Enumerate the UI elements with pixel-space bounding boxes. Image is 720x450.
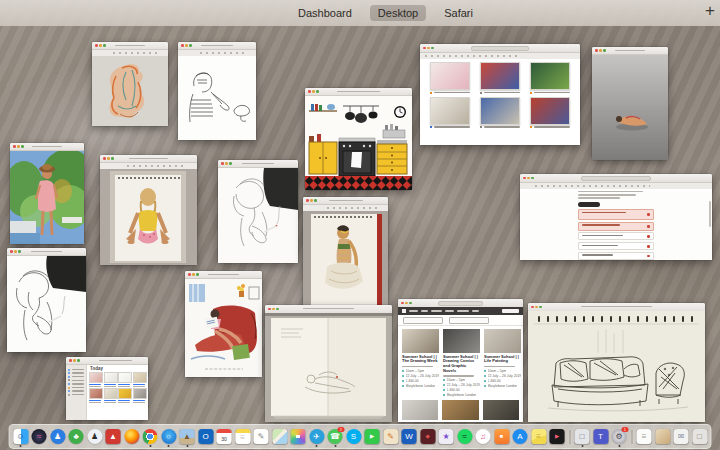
finder-file-row2-1[interactable] bbox=[89, 388, 101, 403]
pink-dress-art bbox=[10, 151, 84, 244]
window-reclining-figure[interactable] bbox=[592, 47, 668, 160]
site-search[interactable] bbox=[502, 309, 519, 313]
list-row-4[interactable] bbox=[578, 242, 654, 250]
finder-sidebar-item-2[interactable] bbox=[68, 372, 84, 374]
dock-app-dark-maroon-icon[interactable]: ◆ bbox=[420, 428, 436, 446]
window-kitchen-illustration[interactable] bbox=[305, 88, 412, 190]
dock-trash-icon[interactable]: □ bbox=[692, 428, 708, 446]
window-summer-school[interactable]: Summer School | | The Drawing Week10am –… bbox=[398, 299, 523, 422]
dock-stickies-icon[interactable]: ≡ bbox=[531, 428, 547, 446]
course-card-1[interactable]: Summer School | | The Drawing Week10am –… bbox=[402, 329, 439, 397]
dock-photo-pencil-icon[interactable]: ✎ bbox=[383, 428, 399, 446]
course-image-row2-3[interactable] bbox=[483, 400, 519, 420]
dock-system-preferences-icon[interactable]: ⚙1 bbox=[611, 428, 627, 446]
dock-appstore-icon[interactable]: A bbox=[512, 428, 528, 446]
dock-app-green-flame-icon[interactable]: ♣ bbox=[68, 428, 84, 446]
finder-file-row2-4[interactable] bbox=[133, 388, 145, 403]
course-card-3[interactable]: Summer School | | Life Painting10am – 5p… bbox=[484, 329, 521, 397]
window-smoker-bw[interactable] bbox=[7, 248, 86, 352]
finder-sidebar-item-4[interactable] bbox=[68, 379, 84, 381]
dock-chrome-icon[interactable] bbox=[142, 428, 158, 446]
filter-select-2[interactable] bbox=[449, 317, 489, 324]
window-sketchpad-spread[interactable] bbox=[265, 305, 392, 422]
dock-telegram-icon[interactable]: ✈ bbox=[309, 428, 325, 446]
dock-teams-icon[interactable]: T bbox=[593, 428, 609, 446]
window-smoker-sketch[interactable] bbox=[218, 160, 298, 263]
finder-sidebar-item-5[interactable] bbox=[68, 383, 84, 385]
dock-photos-icon[interactable] bbox=[290, 428, 306, 446]
finder-sidebar-item-7[interactable] bbox=[68, 390, 84, 392]
scrollbar[interactable] bbox=[709, 201, 711, 227]
dock-firefox-icon[interactable] bbox=[124, 428, 140, 446]
window-safari-list[interactable] bbox=[520, 174, 712, 260]
space-desktop[interactable]: Desktop bbox=[370, 5, 426, 21]
dock-imovie-icon[interactable]: ★ bbox=[438, 428, 454, 446]
dock-stack-mail-icon[interactable]: ✉ bbox=[673, 428, 689, 446]
dock-finder-icon[interactable]: ☺ bbox=[13, 428, 29, 446]
titlebar bbox=[305, 88, 412, 96]
dock-calendar-icon[interactable]: 30 bbox=[216, 428, 232, 446]
dock-siri-icon[interactable]: ≈ bbox=[31, 428, 47, 446]
course-image-row2-1[interactable] bbox=[402, 400, 438, 420]
window-finder[interactable]: Today bbox=[66, 357, 148, 420]
dock-music-icon[interactable]: ♫ bbox=[475, 428, 491, 446]
dock-spotify-icon[interactable]: ≈ bbox=[457, 428, 473, 446]
finder-file-row1-3[interactable] bbox=[118, 372, 130, 387]
window-sofa-sketch[interactable] bbox=[528, 303, 705, 422]
course-image-row2-2[interactable] bbox=[442, 400, 478, 420]
dock-safari-icon[interactable]: ○ bbox=[161, 428, 177, 446]
dock-textedit-icon[interactable]: ✎ bbox=[253, 428, 269, 446]
add-space-button[interactable]: + bbox=[705, 1, 715, 21]
list-row-2[interactable] bbox=[578, 222, 654, 231]
dock-image-capture-icon[interactable]: □ bbox=[574, 428, 590, 446]
window-safari-gallery[interactable] bbox=[420, 44, 580, 145]
dock-notes-icon[interactable]: ≡ bbox=[235, 428, 251, 446]
finder-sidebar-item-6[interactable] bbox=[68, 387, 84, 389]
dock-preview-icon[interactable]: ▲ bbox=[179, 428, 195, 446]
finder-file-row1-4[interactable] bbox=[133, 372, 145, 387]
window-sketchbook-yellow[interactable] bbox=[100, 155, 197, 265]
dock-whatsapp-icon[interactable]: ☎2 bbox=[327, 428, 343, 446]
dock-stack-pictures-icon[interactable] bbox=[655, 428, 671, 446]
gallery-thumb-1[interactable] bbox=[430, 62, 470, 94]
dock-app-white-figure-icon[interactable]: ♟ bbox=[87, 428, 103, 446]
finder-file-row2-2[interactable] bbox=[104, 388, 116, 403]
subscribe-button[interactable] bbox=[578, 202, 600, 207]
window-pink-dress[interactable] bbox=[10, 143, 84, 244]
finder-file-row1-1[interactable] bbox=[89, 372, 101, 387]
gallery-thumb-2[interactable] bbox=[480, 62, 520, 94]
list-row-1[interactable] bbox=[578, 209, 654, 220]
list-row-5[interactable] bbox=[578, 252, 654, 260]
dock-facetime-icon[interactable]: ▶ bbox=[364, 428, 380, 446]
dock-word-icon[interactable]: W bbox=[401, 428, 417, 446]
filter-select-1[interactable] bbox=[403, 317, 443, 324]
gallery-thumb-3[interactable] bbox=[530, 62, 570, 94]
finder-sidebar-item-3[interactable] bbox=[68, 376, 84, 378]
dock-app-red-mountain-icon[interactable]: ▲ bbox=[105, 428, 121, 446]
gallery-thumb-4[interactable] bbox=[430, 97, 470, 129]
finder-file-row2-3[interactable] bbox=[118, 388, 130, 403]
window-red-couch[interactable] bbox=[185, 271, 262, 377]
space-safari[interactable]: Safari bbox=[436, 5, 481, 21]
dock-outlook-icon[interactable]: O bbox=[198, 428, 214, 446]
finder-sidebar-item-1[interactable] bbox=[68, 369, 84, 371]
window-line-drawing[interactable] bbox=[178, 42, 256, 140]
dock-maps-icon[interactable] bbox=[272, 428, 288, 446]
dock-books-icon[interactable]: ■ bbox=[494, 428, 510, 446]
notification-badge: 2 bbox=[338, 427, 345, 433]
dock-app-blue-figure-icon[interactable]: ♟ bbox=[50, 428, 66, 446]
gallery-thumb-5[interactable] bbox=[480, 97, 520, 129]
sketchbook-yellow-art bbox=[100, 169, 197, 265]
dock-skype-icon[interactable]: S bbox=[346, 428, 362, 446]
dock-stack-documents-icon[interactable]: ≡ bbox=[636, 428, 652, 446]
window-sketchbook-bikini[interactable] bbox=[303, 197, 388, 309]
list-row-3[interactable] bbox=[578, 232, 654, 240]
gallery-thumb-6[interactable] bbox=[530, 97, 570, 129]
space-dashboard[interactable]: Dashboard bbox=[290, 5, 360, 21]
course-card-2[interactable]: Summer School | | Drawing Comics and Gra… bbox=[443, 329, 480, 397]
finder-file-row1-2[interactable] bbox=[104, 372, 116, 387]
course-image bbox=[484, 329, 521, 353]
finder-sidebar-item-8[interactable] bbox=[68, 394, 84, 396]
window-torso-sketch[interactable] bbox=[92, 42, 168, 126]
dock-app-dark-play-icon[interactable]: ▶ bbox=[549, 428, 565, 446]
